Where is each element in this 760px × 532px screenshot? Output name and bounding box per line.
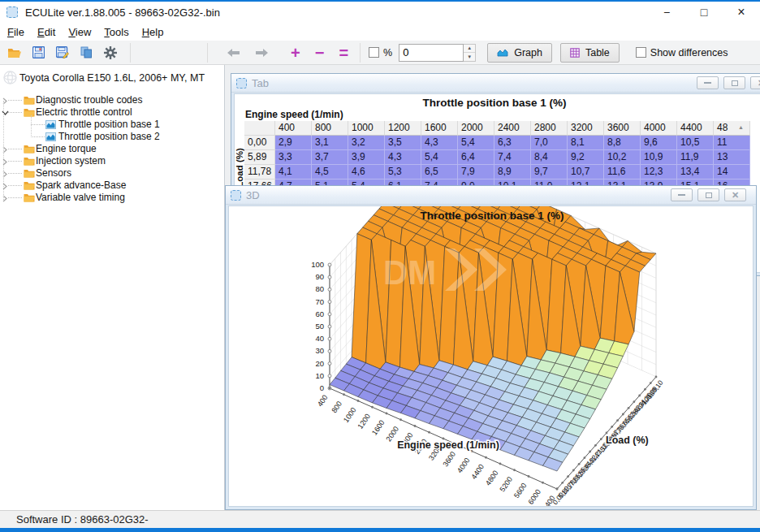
- map-cell[interactable]: 5,3: [385, 165, 421, 179]
- map-cell[interactable]: 2,9: [275, 136, 312, 150]
- map-cell[interactable]: 9,2: [568, 150, 604, 165]
- map-cell[interactable]: 13: [714, 150, 750, 165]
- map-cell[interactable]: 4,6: [348, 165, 385, 179]
- map-cell[interactable]: 11,6: [604, 165, 641, 179]
- map-cell[interactable]: 3,3: [275, 150, 312, 165]
- open-file-icon[interactable]: [7, 47, 21, 58]
- show-differences-checkbox[interactable]: [636, 47, 646, 58]
- scroll-up-icon[interactable]: ▲: [738, 124, 744, 130]
- sidebar-item-diagnostic-trouble-codes[interactable]: Diagnostic trouble codes: [0, 94, 223, 106]
- tree-connector: [8, 100, 22, 101]
- map-cell[interactable]: 3,1: [312, 136, 348, 150]
- svg-text:Load (%): Load (%): [606, 435, 649, 446]
- tab-window-titlebar[interactable]: Tab ✕: [231, 74, 760, 93]
- map-cell[interactable]: 3,9: [348, 150, 385, 165]
- map-cell[interactable]: 10,7: [568, 165, 604, 179]
- zoom-out-button[interactable]: −: [315, 45, 325, 61]
- sidebar-item-spark-advance-base[interactable]: Spark advance-Base: [0, 179, 223, 192]
- compare-files-icon[interactable]: [80, 46, 93, 58]
- tree-item-label: Electric throttle control: [36, 106, 132, 119]
- map-cell[interactable]: 7,0: [531, 136, 568, 150]
- sidebar-item-electric-throttle-control[interactable]: Electric throttle control: [0, 106, 223, 119]
- map-cell[interactable]: 13,4: [677, 165, 714, 179]
- 3d-maximize-button[interactable]: [697, 188, 719, 201]
- equals-button[interactable]: =: [339, 45, 348, 61]
- menu-help[interactable]: Help: [136, 24, 171, 40]
- map-cell[interactable]: 10,5: [677, 136, 714, 150]
- percent-checkbox[interactable]: [369, 47, 379, 58]
- row-header: 5,89: [244, 150, 275, 165]
- toolbar: + − = % ▲ ▼ Graph Table Show differences: [0, 41, 760, 65]
- minimize-button[interactable]: −: [648, 2, 685, 23]
- tree-connector: [8, 112, 22, 113]
- sidebar-item-variable-valve-timing[interactable]: Variable valve timing: [0, 192, 223, 204]
- toolbar-separator: [360, 43, 361, 63]
- map-cell[interactable]: 11,9: [677, 150, 714, 165]
- column-header: 2400: [494, 121, 531, 136]
- map-cell[interactable]: 4,1: [275, 165, 312, 179]
- map-cell[interactable]: 12,3: [641, 165, 677, 179]
- map-cell[interactable]: 3,2: [348, 136, 385, 150]
- map-cell[interactable]: 5,4: [421, 150, 458, 165]
- tab-close-button[interactable]: ✕: [750, 76, 760, 89]
- 3d-minimize-button[interactable]: [671, 188, 693, 201]
- forward-arrow-icon[interactable]: [254, 48, 270, 58]
- map-cell[interactable]: 4,5: [312, 165, 348, 179]
- sidebar-item-throttle-position-base-2[interactable]: Throttle position base 2: [0, 131, 223, 143]
- 3d-surface-chart[interactable]: 0102030405060708090100DM4008001000120016…: [229, 206, 754, 507]
- map-cell[interactable]: 5,4: [458, 136, 494, 150]
- spin-up-icon[interactable]: ▲: [464, 45, 475, 53]
- tab-maximize-button[interactable]: [723, 76, 745, 89]
- 3d-close-button[interactable]: ✕: [724, 188, 746, 201]
- close-button[interactable]: ×: [723, 2, 760, 23]
- maximize-button[interactable]: □: [685, 2, 723, 23]
- map-cell[interactable]: 10,9: [641, 150, 677, 165]
- spin-down-icon[interactable]: ▼: [464, 52, 475, 61]
- svg-text:80: 80: [315, 284, 324, 293]
- table-corner-cell: [244, 121, 275, 136]
- map-cell[interactable]: 7,9: [458, 165, 494, 179]
- map-cell[interactable]: 8,9: [494, 165, 531, 179]
- value-spinner[interactable]: ▲ ▼: [464, 44, 476, 62]
- minimize-icon: [678, 194, 685, 196]
- map-cell[interactable]: 10,2: [604, 150, 641, 165]
- map-cell[interactable]: 8,1: [568, 136, 604, 150]
- menu-file[interactable]: File: [1, 24, 31, 40]
- map-cell[interactable]: 14: [714, 165, 750, 179]
- map-cell[interactable]: 8,4: [531, 150, 568, 165]
- graph-button[interactable]: Graph: [487, 43, 552, 63]
- sidebar-item-sensors[interactable]: Sensors: [0, 167, 223, 179]
- map-cell[interactable]: 9,6: [641, 136, 677, 150]
- map-cell[interactable]: 9,7: [531, 165, 568, 179]
- column-header: 2800: [531, 121, 568, 136]
- zoom-in-button[interactable]: +: [291, 45, 300, 61]
- map-cell[interactable]: 3,5: [385, 136, 421, 150]
- map-cell[interactable]: 6,3: [494, 136, 531, 150]
- back-arrow-icon[interactable]: [226, 48, 241, 58]
- menu-tools[interactable]: Tools: [97, 24, 135, 40]
- 3d-window-icon: [231, 190, 241, 201]
- map-cell[interactable]: 11: [714, 136, 750, 150]
- menu-edit[interactable]: Edit: [31, 24, 62, 40]
- map-cell[interactable]: 7,4: [494, 150, 531, 165]
- sidebar-item-injection-system[interactable]: Injection system: [0, 155, 223, 167]
- sidebar-item-throttle-position-base-1[interactable]: Throttle position base 1: [0, 119, 223, 131]
- map-cell[interactable]: 6,5: [421, 165, 458, 179]
- save-as-icon[interactable]: [56, 46, 69, 58]
- map-cell[interactable]: 4,3: [421, 136, 458, 150]
- table-icon: [570, 48, 580, 58]
- tab-minimize-button[interactable]: [697, 76, 719, 89]
- map-cell[interactable]: 8,8: [604, 136, 641, 150]
- menu-view[interactable]: View: [62, 24, 97, 40]
- sidebar-item-engine-torque[interactable]: Engine torque: [0, 143, 223, 155]
- settings-gear-icon[interactable]: [104, 46, 117, 59]
- value-input[interactable]: [399, 44, 464, 62]
- save-icon[interactable]: [32, 46, 45, 58]
- 3d-window-titlebar[interactable]: 3D ✕: [226, 186, 756, 205]
- map-cell[interactable]: 3,7: [312, 150, 348, 165]
- table-button[interactable]: Table: [560, 43, 620, 63]
- map-cell[interactable]: 4,3: [385, 150, 421, 165]
- map-cell[interactable]: 6,4: [458, 150, 494, 165]
- table-x-axis-label: Engine speed (1/min): [245, 109, 343, 120]
- svg-text:1000: 1000: [342, 406, 358, 424]
